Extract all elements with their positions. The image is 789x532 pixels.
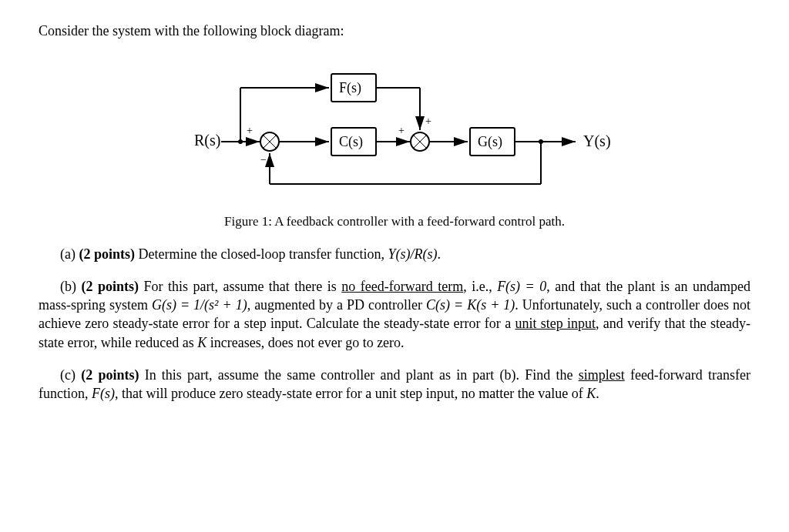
block-diagram: R(s) + − C(s) + + G(s) Y(s) <box>163 57 626 203</box>
sum1-minus-icon: − <box>260 154 267 166</box>
qb-t7: increases, does not ever go to zero. <box>206 335 404 350</box>
sum2-plus-left-icon: + <box>398 125 405 136</box>
qc-label: (c) <box>60 367 76 383</box>
figure-caption-text: Figure 1: A feedback controller with a f… <box>224 214 565 229</box>
qb-label: (b) <box>60 279 76 294</box>
qb-t2: , i.e., <box>463 279 497 294</box>
qc-t1: In this part, assume the same controller… <box>139 367 578 383</box>
intro-span: Consider the system with the following b… <box>39 23 344 38</box>
qa-text-2: . <box>437 246 441 262</box>
qa-label: (a) <box>60 246 76 262</box>
qc-u1: simplest <box>579 367 625 383</box>
qa-points: (2 points) <box>79 246 135 262</box>
qc-t4: . <box>596 386 599 401</box>
qc-K: K <box>586 386 596 401</box>
label-G: G(s) <box>478 134 502 150</box>
sum2-plus-top-icon: + <box>425 115 431 127</box>
qb-u1: no feed-forward term <box>341 279 463 294</box>
qa-text-1: Determine the closed-loop transfer funct… <box>135 246 388 262</box>
figure-container: R(s) + − C(s) + + G(s) Y(s) <box>39 57 750 230</box>
qb-eq3: C(s) = K(s + 1) <box>426 297 515 313</box>
question-b: (b) (2 points) For this part, assume tha… <box>39 277 750 352</box>
qc-eq1: F(s) <box>92 386 115 401</box>
intro-text: Consider the system with the following b… <box>39 22 750 40</box>
qb-t1: For this part, assume that there is <box>139 279 341 294</box>
label-C: C(s) <box>339 134 363 150</box>
question-c: (c) (2 points) In this part, assume the … <box>39 366 750 403</box>
qb-points: (2 points) <box>81 279 139 294</box>
label-F: F(s) <box>339 80 361 96</box>
qb-eq1: F(s) = 0 <box>497 279 546 294</box>
figure-caption: Figure 1: A feedback controller with a f… <box>39 213 750 231</box>
qc-points: (2 points) <box>81 367 139 383</box>
label-R: R(s) <box>194 132 220 149</box>
qb-eq2: G(s) = 1/(s² + 1) <box>152 297 247 313</box>
qb-u2: unit step input <box>515 316 596 331</box>
question-a: (a) (2 points) Determine the closed-loop… <box>39 245 750 263</box>
qc-t3: , that will produce zero steady-state er… <box>115 386 586 401</box>
qb-t4: , augmented by a PD controller <box>247 297 426 313</box>
qa-tf: Y(s)/R(s) <box>388 246 437 262</box>
label-Y: Y(s) <box>583 132 611 150</box>
qb-K: K <box>197 335 206 350</box>
sum1-plus-icon: + <box>247 125 253 136</box>
